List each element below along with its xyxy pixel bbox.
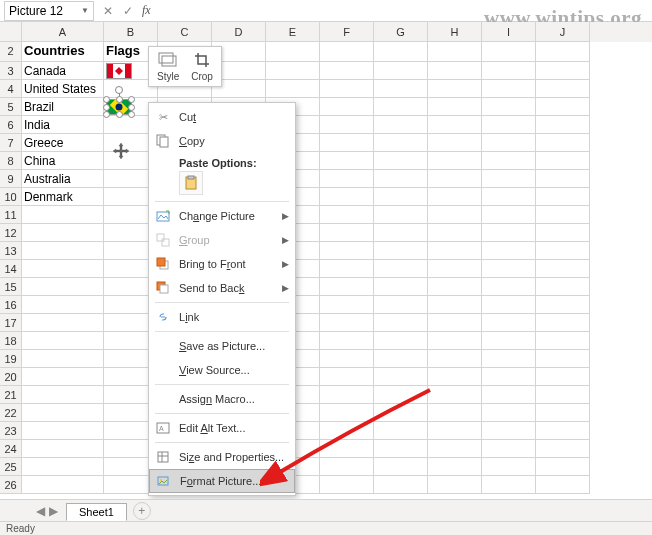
- cell-A26[interactable]: [22, 476, 104, 494]
- menu-bring-to-front[interactable]: Bring to Front ▶: [149, 252, 295, 276]
- row-header-16[interactable]: 16: [0, 296, 21, 314]
- cell-I15[interactable]: [482, 278, 536, 296]
- cell-A11[interactable]: [22, 206, 104, 224]
- column-header-G[interactable]: G: [374, 22, 428, 42]
- cell-H11[interactable]: [428, 206, 482, 224]
- cell-A19[interactable]: [22, 350, 104, 368]
- menu-link[interactable]: Link: [149, 305, 295, 329]
- cell-H19[interactable]: [428, 350, 482, 368]
- cell-I25[interactable]: [482, 458, 536, 476]
- cell-A23[interactable]: [22, 422, 104, 440]
- cell-F3[interactable]: [320, 62, 374, 80]
- cell-A17[interactable]: [22, 314, 104, 332]
- cell-H16[interactable]: [428, 296, 482, 314]
- cell-G24[interactable]: [374, 440, 428, 458]
- cell-G19[interactable]: [374, 350, 428, 368]
- cell-A21[interactable]: [22, 386, 104, 404]
- cell-H21[interactable]: [428, 386, 482, 404]
- cell-F7[interactable]: [320, 134, 374, 152]
- name-box[interactable]: Picture 12 ▼: [4, 1, 94, 21]
- cell-J21[interactable]: [536, 386, 590, 404]
- column-header-B[interactable]: B: [104, 22, 158, 42]
- column-header-D[interactable]: D: [212, 22, 266, 42]
- cell-H4[interactable]: [428, 80, 482, 98]
- cell-A7[interactable]: Greece: [22, 134, 104, 152]
- cell-A2[interactable]: Countries: [22, 42, 104, 62]
- row-header-6[interactable]: 6: [0, 116, 21, 134]
- cell-J8[interactable]: [536, 152, 590, 170]
- cell-I18[interactable]: [482, 332, 536, 350]
- row-header-20[interactable]: 20: [0, 368, 21, 386]
- column-header-C[interactable]: C: [158, 22, 212, 42]
- cell-J2[interactable]: [536, 42, 590, 62]
- menu-change-picture[interactable]: Change Picture ▶: [149, 204, 295, 228]
- cell-H3[interactable]: [428, 62, 482, 80]
- row-header-14[interactable]: 14: [0, 260, 21, 278]
- cell-A13[interactable]: [22, 242, 104, 260]
- cell-F8[interactable]: [320, 152, 374, 170]
- cell-I11[interactable]: [482, 206, 536, 224]
- cell-G26[interactable]: [374, 476, 428, 494]
- crop-button[interactable]: Crop: [191, 51, 213, 82]
- cell-G22[interactable]: [374, 404, 428, 422]
- column-header-E[interactable]: E: [266, 22, 320, 42]
- cell-G12[interactable]: [374, 224, 428, 242]
- row-header-12[interactable]: 12: [0, 224, 21, 242]
- cell-J18[interactable]: [536, 332, 590, 350]
- column-header-H[interactable]: H: [428, 22, 482, 42]
- cell-J17[interactable]: [536, 314, 590, 332]
- cell-I6[interactable]: [482, 116, 536, 134]
- cell-G21[interactable]: [374, 386, 428, 404]
- menu-cut[interactable]: ✂ Cut: [149, 105, 295, 129]
- cell-J25[interactable]: [536, 458, 590, 476]
- namebox-dropdown-icon[interactable]: ▼: [81, 6, 89, 15]
- menu-view-source[interactable]: View Source...: [149, 358, 295, 382]
- cell-I9[interactable]: [482, 170, 536, 188]
- cell-F19[interactable]: [320, 350, 374, 368]
- row-header-17[interactable]: 17: [0, 314, 21, 332]
- row-header-10[interactable]: 10: [0, 188, 21, 206]
- cell-I16[interactable]: [482, 296, 536, 314]
- resize-handle[interactable]: [128, 111, 135, 118]
- cell-F23[interactable]: [320, 422, 374, 440]
- cell-I19[interactable]: [482, 350, 536, 368]
- cell-J9[interactable]: [536, 170, 590, 188]
- cell-G6[interactable]: [374, 116, 428, 134]
- cell-I12[interactable]: [482, 224, 536, 242]
- cell-G25[interactable]: [374, 458, 428, 476]
- cell-A10[interactable]: Denmark: [22, 188, 104, 206]
- cell-G8[interactable]: [374, 152, 428, 170]
- cell-I23[interactable]: [482, 422, 536, 440]
- cell-I20[interactable]: [482, 368, 536, 386]
- cell-H20[interactable]: [428, 368, 482, 386]
- cell-G5[interactable]: [374, 98, 428, 116]
- cell-A16[interactable]: [22, 296, 104, 314]
- cell-G2[interactable]: [374, 42, 428, 62]
- cell-A9[interactable]: Australia: [22, 170, 104, 188]
- cell-I26[interactable]: [482, 476, 536, 494]
- resize-handle[interactable]: [103, 104, 110, 111]
- cell-I2[interactable]: [482, 42, 536, 62]
- row-header-19[interactable]: 19: [0, 350, 21, 368]
- cell-F20[interactable]: [320, 368, 374, 386]
- row-header-9[interactable]: 9: [0, 170, 21, 188]
- tab-scroll-left-icon[interactable]: ◀: [36, 504, 45, 518]
- cell-F16[interactable]: [320, 296, 374, 314]
- row-header-26[interactable]: 26: [0, 476, 21, 494]
- resize-handle[interactable]: [103, 96, 110, 103]
- cell-I17[interactable]: [482, 314, 536, 332]
- cell-I3[interactable]: [482, 62, 536, 80]
- cell-J19[interactable]: [536, 350, 590, 368]
- cell-H15[interactable]: [428, 278, 482, 296]
- cell-A8[interactable]: China: [22, 152, 104, 170]
- cell-H25[interactable]: [428, 458, 482, 476]
- cell-A18[interactable]: [22, 332, 104, 350]
- cell-F12[interactable]: [320, 224, 374, 242]
- cell-J20[interactable]: [536, 368, 590, 386]
- cell-F25[interactable]: [320, 458, 374, 476]
- cell-H14[interactable]: [428, 260, 482, 278]
- cell-E2[interactable]: [266, 42, 320, 62]
- insert-function-icon[interactable]: fx: [138, 3, 155, 18]
- cell-G17[interactable]: [374, 314, 428, 332]
- row-header-13[interactable]: 13: [0, 242, 21, 260]
